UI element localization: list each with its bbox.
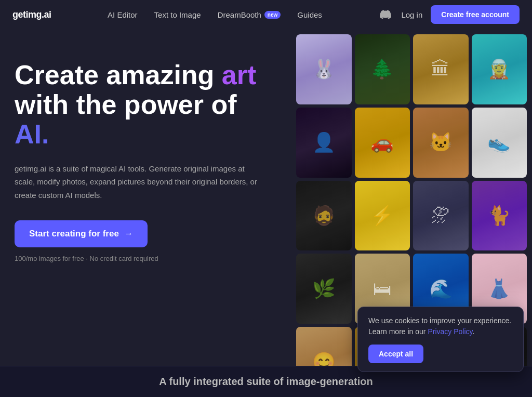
grid-cell-gold-sculpture: 🌿	[296, 254, 352, 324]
grid-cell-man: 🧔	[296, 181, 352, 251]
nav-item-dreambooth[interactable]: DreamBooth	[218, 10, 261, 19]
dreambooth-badge: new	[264, 11, 281, 19]
arrow-icon: →	[124, 229, 133, 239]
navbar: getimg.ai AI Editor Text to Image DreamB…	[0, 0, 532, 29]
grid-cell-pikachu: ⚡	[355, 181, 410, 251]
bottom-banner-text: A fully integrated suite of image-genera…	[159, 376, 373, 388]
grid-cell-sneaker: 👟	[472, 108, 527, 178]
cookie-text: We use cookies to improve your experienc…	[368, 315, 513, 337]
grid-cell-cat: 🐈	[472, 181, 527, 251]
login-link[interactable]: Log in	[401, 10, 422, 19]
logo: getimg.ai	[12, 9, 51, 20]
hero-description: getimg.ai is a suite of magical AI tools…	[15, 162, 264, 202]
nav-item-ai-editor[interactable]: AI Editor	[108, 10, 138, 19]
create-account-button[interactable]: Create free account	[431, 5, 520, 24]
nav-item-dreambooth-wrap: DreamBooth new	[218, 10, 281, 19]
privacy-policy-link[interactable]: Privacy Policy	[428, 327, 472, 336]
hero-left: Create amazing art with the power of AI.…	[0, 29, 291, 397]
nav-actions: Log in Create free account	[378, 5, 520, 24]
nav-links: AI Editor Text to Image DreamBooth new G…	[108, 10, 322, 19]
start-creating-button[interactable]: Start creating for free →	[15, 220, 148, 247]
hero-sub-text: 100/mo images for free · No credit card …	[15, 255, 270, 262]
discord-icon[interactable]	[378, 7, 393, 22]
hero-title-line2: with the power of AI.	[15, 89, 237, 149]
nav-item-guides[interactable]: Guides	[297, 10, 322, 19]
hero-accent-ai: AI.	[15, 119, 49, 149]
nav-item-text-to-image[interactable]: Text to Image	[154, 10, 201, 19]
grid-cell-sky: ⛈	[413, 181, 469, 251]
accept-cookies-button[interactable]: Accept all	[368, 345, 423, 363]
grid-cell-dark-portrait: 👤	[296, 108, 352, 178]
hero-title-line1: Create amazing art	[15, 60, 256, 90]
grid-cell-bunny: 🐰	[296, 34, 352, 104]
hero-accent-art: art	[222, 60, 256, 90]
grid-cell-pyramid: 🏛	[413, 34, 469, 104]
grid-cell-forest: 🌲	[355, 34, 410, 104]
hero-title: Create amazing art with the power of AI.	[15, 60, 270, 150]
grid-cell-car: 🚗	[355, 108, 410, 178]
grid-cell-kitten: 🐱	[413, 108, 469, 178]
cookie-banner: We use cookies to improve your experienc…	[357, 307, 524, 372]
grid-cell-anime: 🧝	[472, 34, 527, 104]
start-creating-label: Start creating for free	[29, 229, 119, 239]
